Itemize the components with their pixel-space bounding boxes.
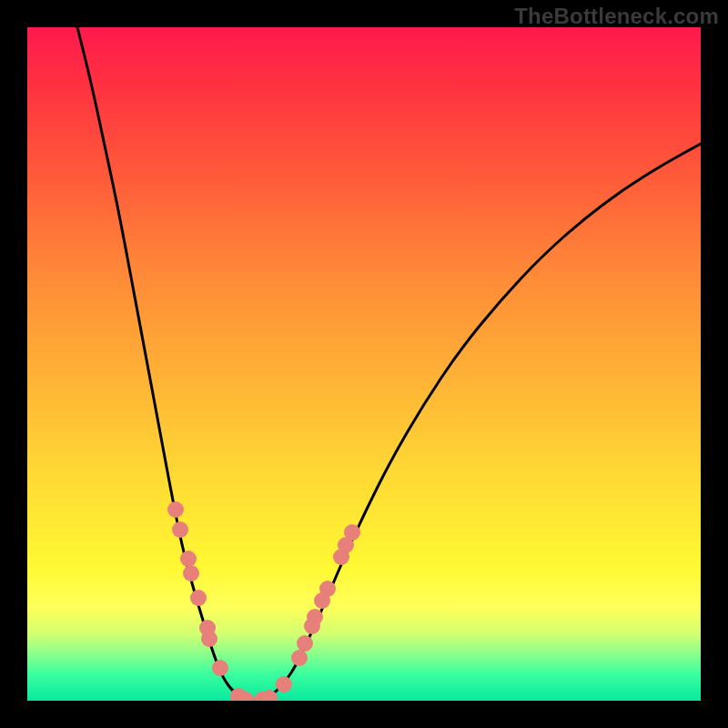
marker-dot	[344, 524, 360, 541]
marker-dot	[276, 676, 292, 693]
marker-dot	[307, 609, 323, 625]
marker-dot	[319, 581, 336, 597]
marker-dot	[190, 590, 207, 606]
chart-frame: TheBottleneck.com	[0, 0, 728, 728]
marker-dot	[291, 650, 308, 666]
marker-dot	[201, 631, 217, 647]
marker-dot	[183, 565, 199, 581]
marker-dot	[297, 635, 313, 652]
chart-plot-area	[27, 27, 701, 701]
marker-dot	[180, 551, 197, 567]
highlight-dots	[167, 501, 360, 701]
marker-dot	[212, 660, 228, 676]
marker-dot	[167, 501, 184, 518]
bottleneck-curve	[77, 27, 701, 700]
chart-svg	[27, 27, 701, 701]
marker-dot	[172, 521, 188, 538]
attribution-text: TheBottleneck.com	[514, 4, 719, 29]
